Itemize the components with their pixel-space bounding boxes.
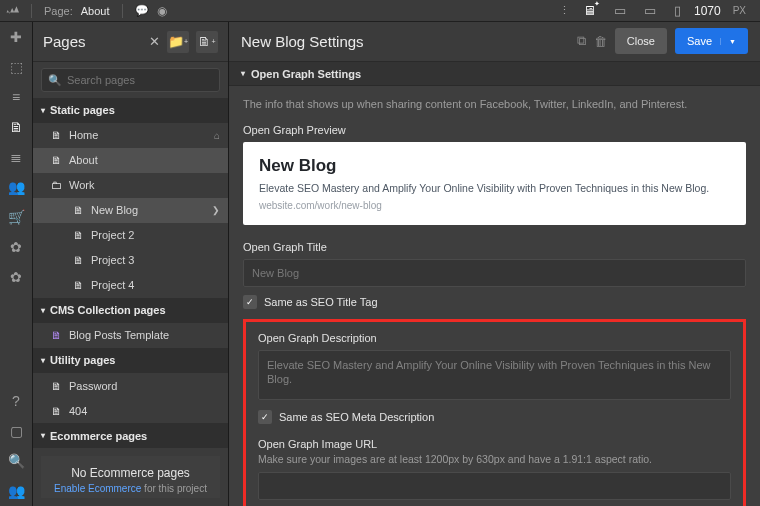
og-title-label: Open Graph Title xyxy=(243,241,746,253)
page-item-blog-posts[interactable]: 🗎Blog Posts Template xyxy=(33,323,228,348)
pages-title: Pages xyxy=(43,33,143,50)
page-item-project4[interactable]: 🗎Project 4 xyxy=(33,273,228,298)
mobile-device-icon[interactable]: ▯ xyxy=(674,3,681,18)
audit-icon[interactable]: 👥 xyxy=(7,482,25,500)
page-icon: 🗎 xyxy=(51,154,63,166)
trash-icon[interactable]: 🗑 xyxy=(594,34,607,49)
copy-icon[interactable]: ⧉ xyxy=(577,33,586,49)
chevron-down-icon: ▾ xyxy=(41,106,45,115)
home-icon: ⌂ xyxy=(214,130,220,141)
divider xyxy=(31,4,32,18)
topbar: Page: About 💬 ◉ ⋮ 🖥✦ ▭ ▭ ▯ 1070 PX xyxy=(0,0,760,22)
eye-icon[interactable]: ◉ xyxy=(157,4,167,18)
page-icon: 🗎 xyxy=(51,405,63,417)
save-button[interactable]: Save▼ xyxy=(675,28,748,54)
new-page-button[interactable]: 🗎+ xyxy=(196,31,218,53)
settings-title: New Blog Settings xyxy=(241,33,569,50)
divider xyxy=(122,4,123,18)
help-icon[interactable]: ? xyxy=(7,392,25,410)
og-image-hint: Make sure your images are at least 1200p… xyxy=(258,453,731,465)
layers-icon[interactable]: ≡ xyxy=(7,88,25,106)
checkbox-checked-icon: ✓ xyxy=(243,295,257,309)
og-preview-card: New Blog Elevate SEO Mastery and Amplify… xyxy=(243,142,746,224)
px-unit: PX xyxy=(733,5,746,16)
preview-title: New Blog xyxy=(259,156,730,176)
close-icon[interactable]: ✕ xyxy=(149,34,160,49)
comment-icon[interactable]: 💬 xyxy=(135,4,149,17)
og-image-label: Open Graph Image URL xyxy=(258,438,731,450)
more-icon[interactable]: ⋮ xyxy=(559,4,570,17)
close-button[interactable]: Close xyxy=(615,28,667,54)
canvas-width[interactable]: 1070 xyxy=(694,4,721,18)
utility-pages-header[interactable]: ▾Utility pages xyxy=(33,348,228,373)
page-item-home[interactable]: 🗎Home⌂ xyxy=(33,123,228,148)
page-icon: 🗎 xyxy=(73,279,85,291)
static-pages-header[interactable]: ▾Static pages xyxy=(33,98,228,123)
ecommerce-icon[interactable]: 🛒 xyxy=(7,208,25,226)
left-toolbar: ✚ ⬚ ≡ 🗎 ≣ 👥 🛒 ✿ ✿ ? ▢ 🔍 👥 xyxy=(0,22,33,506)
checkbox-checked-icon: ✓ xyxy=(258,410,272,424)
template-icon: 🗎 xyxy=(51,329,63,341)
preview-url: website.com/work/new-blog xyxy=(259,200,730,211)
og-section-header[interactable]: ▾Open Graph Settings xyxy=(229,62,760,87)
og-desc-label: Open Graph Description xyxy=(258,332,731,344)
preview-desc: Elevate SEO Mastery and Amplify Your Onl… xyxy=(259,181,730,195)
pages-icon[interactable]: 🗎 xyxy=(7,118,25,136)
chevron-down-icon: ▾ xyxy=(41,356,45,365)
page-icon: 🗎 xyxy=(51,129,63,141)
ecom-empty-panel: No Ecommerce pages Enable Ecommerce for … xyxy=(41,456,220,498)
ecom-pages-header[interactable]: ▾Ecommerce pages xyxy=(33,423,228,448)
search-icon[interactable]: 🔍 xyxy=(7,452,25,470)
search-input[interactable] xyxy=(67,74,213,86)
og-preview-label: Open Graph Preview xyxy=(243,124,746,136)
chevron-down-icon: ▾ xyxy=(41,431,45,440)
cms-pages-header[interactable]: ▾CMS Collection pages xyxy=(33,298,228,323)
search-icon: 🔍 xyxy=(48,74,62,87)
page-prefix: Page: xyxy=(44,5,73,17)
page-item-password[interactable]: 🗎Password xyxy=(33,373,228,398)
og-info-text: The info that shows up when sharing cont… xyxy=(243,98,746,110)
same-desc-checkbox[interactable]: ✓ Same as SEO Meta Description xyxy=(258,410,731,424)
video-icon[interactable]: ▢ xyxy=(7,422,25,440)
page-item-404[interactable]: 🗎404 xyxy=(33,398,228,423)
enable-ecommerce-link[interactable]: Enable Ecommerce xyxy=(54,483,141,494)
desktop-device-icon[interactable]: 🖥✦ xyxy=(583,3,596,18)
page-item-new-blog[interactable]: 🗎New Blog❯ xyxy=(33,198,228,223)
settings-panel: New Blog Settings ⧉ 🗑 Close Save▼ ▾Open … xyxy=(229,22,760,506)
same-title-checkbox[interactable]: ✓ Same as SEO Title Tag xyxy=(243,295,746,309)
cms-icon[interactable]: ≣ xyxy=(7,148,25,166)
chevron-down-icon: ▾ xyxy=(41,306,45,315)
users-icon[interactable]: 👥 xyxy=(7,178,25,196)
webflow-logo[interactable] xyxy=(4,3,19,18)
folder-icon: 🗀 xyxy=(51,179,63,191)
page-icon: 🗎 xyxy=(73,254,85,266)
settings-icon[interactable]: ✿ xyxy=(7,268,25,286)
pages-panel: Pages ✕ 📁+ 🗎+ 🔍 ▾Static pages 🗎Home⌂ 🗎Ab… xyxy=(33,22,229,506)
og-desc-input[interactable] xyxy=(258,350,731,400)
tablet-device-icon[interactable]: ▭ xyxy=(614,3,626,18)
og-image-input[interactable] xyxy=(258,472,731,500)
assets-icon[interactable]: ✿ xyxy=(7,238,25,256)
chevron-down-icon: ▾ xyxy=(241,69,245,78)
chevron-down-icon[interactable]: ▼ xyxy=(720,38,736,45)
landscape-device-icon[interactable]: ▭ xyxy=(644,3,656,18)
search-pages[interactable]: 🔍 xyxy=(41,68,220,91)
highlighted-region: Open Graph Description ✓ Same as SEO Met… xyxy=(243,319,746,506)
chevron-right-icon: ❯ xyxy=(212,205,220,215)
box-icon[interactable]: ⬚ xyxy=(7,58,25,76)
new-folder-button[interactable]: 📁+ xyxy=(167,31,189,53)
page-icon: 🗎 xyxy=(73,204,85,216)
page-icon: 🗎 xyxy=(73,229,85,241)
page-icon: 🗎 xyxy=(51,380,63,392)
page-item-about[interactable]: 🗎About xyxy=(33,148,228,173)
page-item-work[interactable]: 🗀Work xyxy=(33,173,228,198)
ecom-empty-title: No Ecommerce pages xyxy=(49,466,212,480)
og-title-input[interactable] xyxy=(243,259,746,287)
page-item-project3[interactable]: 🗎Project 3 xyxy=(33,248,228,273)
page-name[interactable]: About xyxy=(81,5,110,17)
add-icon[interactable]: ✚ xyxy=(7,28,25,46)
page-item-project2[interactable]: 🗎Project 2 xyxy=(33,223,228,248)
